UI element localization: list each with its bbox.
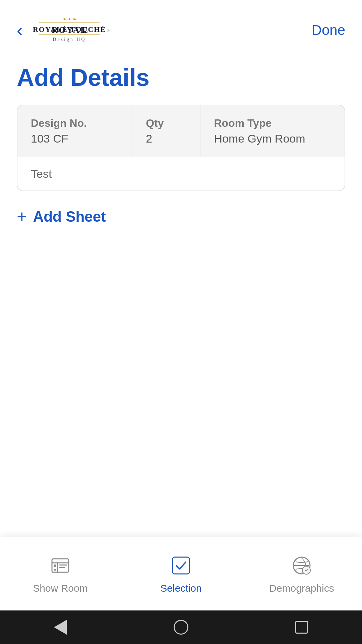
svg-rect-12 [59,565,67,566]
svg-text:❧ ✦ ❧: ❧ ✦ ❧ [62,17,77,22]
logo: ❧ ✦ ❧ ROYAL E ROYALÉ TOUCHÉ ® Design HQ [29,13,110,47]
card-note: Test [31,167,52,180]
system-home-button[interactable] [172,618,190,637]
logo-svg: ❧ ✦ ❧ ROYAL E ROYALÉ TOUCHÉ ® Design HQ [29,13,110,47]
qty-label: Qty [146,117,187,129]
nav-label-show-room: Show Room [33,583,87,594]
card-note-row: Test [17,157,345,191]
demographics-icon [290,554,313,577]
add-sheet-button[interactable]: + Add Sheet [17,208,345,225]
svg-point-17 [302,566,310,574]
system-back-button[interactable] [51,618,70,637]
page-title: Add Details [17,64,345,91]
nav-label-selection: Selection [160,583,201,594]
design-no-label: Design No. [31,117,119,129]
nav-label-demographics: Demographics [269,583,334,594]
qty-value: 2 [146,132,187,145]
room-type-value: Home Gym Room [214,132,331,145]
design-no-value: 103 CF [31,132,119,145]
svg-text:ROYALÉ TOUCHÉ: ROYALÉ TOUCHÉ [33,25,106,34]
add-sheet-plus-icon: + [17,208,27,225]
system-nav [0,610,362,644]
done-button[interactable]: Done [312,22,345,38]
back-button[interactable]: ‹ [17,21,22,39]
add-sheet-label: Add Sheet [33,208,106,225]
bottom-nav: Show Room Selection Demographics [0,537,362,610]
design-no-cell: Design No. 103 CF [17,105,132,157]
svg-text:®: ® [107,29,110,33]
qty-cell: Qty 2 [132,105,200,157]
card-top-row: Design No. 103 CF Qty 2 Room Type Home G… [17,105,345,157]
room-type-cell: Room Type Home Gym Room [200,105,345,157]
svg-rect-11 [54,565,56,567]
svg-text:Design HQ: Design HQ [53,37,86,42]
svg-rect-14 [54,569,56,571]
header: ‹ ❧ ✦ ❧ ROYAL E ROYALÉ TOUCHÉ ® Design H… [0,0,362,54]
system-recent-button[interactable] [293,618,311,637]
show-room-icon [49,554,72,577]
sheet-card: Design No. 103 CF Qty 2 Room Type Home G… [17,105,345,191]
svg-rect-13 [59,567,65,568]
nav-item-show-room[interactable]: Show Room [0,554,121,594]
svg-rect-15 [173,557,189,574]
main-content: Design No. 103 CF Qty 2 Room Type Home G… [0,105,362,537]
selection-icon [169,554,193,577]
nav-item-selection[interactable]: Selection [121,554,241,594]
page-title-section: Add Details [0,54,362,105]
room-type-label: Room Type [214,117,331,129]
header-left: ‹ ❧ ✦ ❧ ROYAL E ROYALÉ TOUCHÉ ® Design H… [17,13,110,47]
nav-item-demographics[interactable]: Demographics [241,554,362,594]
